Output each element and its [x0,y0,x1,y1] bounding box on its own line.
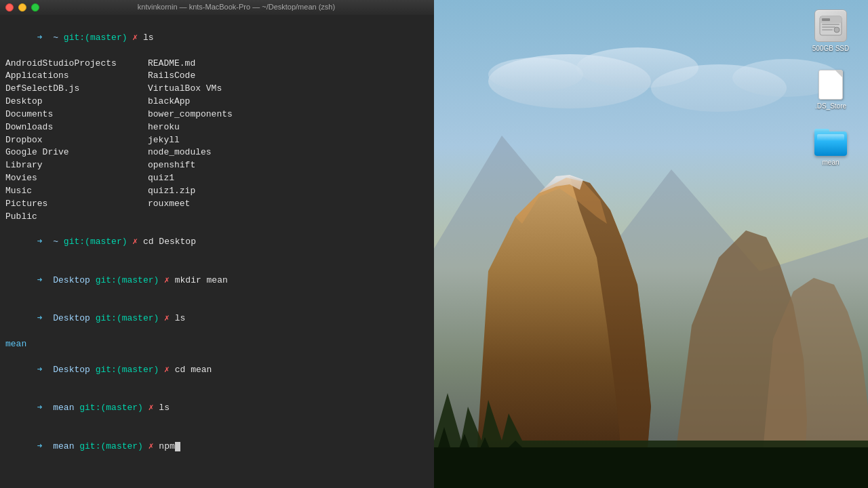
minimize-button[interactable] [18,3,26,12]
mean-folder-icon [814,123,847,156]
ls-output: AndroidStudioProjectsREADME.md Applicati… [5,58,429,224]
prompt-line-6: ➜ mean git:(master) ✗ ls [5,389,429,428]
ds-store-icon [814,67,847,100]
svg-rect-11 [822,29,833,30]
close-button[interactable] [5,3,14,12]
ds-store-label: .DS_Store [815,102,846,110]
desktop-icon-ssd[interactable]: 500GB SSD [807,7,854,56]
prompt-line-3: ➜ Desktop git:(master) ✗ mkdir mean [5,262,429,300]
prompt-line-1: ➜ ~ git:(master) ✗ ls [5,19,429,58]
terminal-titlebar: kntvinkornin — knts-MacBook-Pro — ~/Desk… [0,0,434,15]
terminal-title: kntvinkornin — knts-MacBook-Pro — ~/Desk… [44,2,429,13]
ssd-icon [814,9,847,42]
prompt-line-4: ➜ Desktop git:(master) ✗ ls [5,300,429,339]
desktop: 500GB SSD .DS_Store mean [434,0,868,488]
desktop-icon-ds-store[interactable]: .DS_Store [807,64,854,113]
desktop-background [434,0,868,488]
ls-output-mean: mean [5,338,429,351]
svg-rect-8 [822,18,830,21]
mean-folder-label: mean [822,159,839,167]
svg-rect-9 [822,24,840,25]
terminal-body[interactable]: ➜ ~ git:(master) ✗ ls AndroidStudioProje… [0,15,434,488]
prompt-line-7: ➜ mean git:(master) ✗ npm [5,428,429,466]
terminal-window[interactable]: kntvinkornin — knts-MacBook-Pro — ~/Desk… [0,0,434,488]
prompt-line-5: ➜ Desktop git:(master) ✗ cd mean [5,351,429,390]
svg-rect-10 [822,26,835,28]
ssd-label: 500GB SSD [812,45,849,53]
terminal-cursor [175,442,180,451]
svg-point-12 [834,27,840,33]
prompt-line-2: ➜ ~ git:(master) ✗ cd Desktop [5,224,429,262]
fullscreen-button[interactable] [31,3,39,12]
desktop-icon-mean-folder[interactable]: mean [807,121,854,169]
